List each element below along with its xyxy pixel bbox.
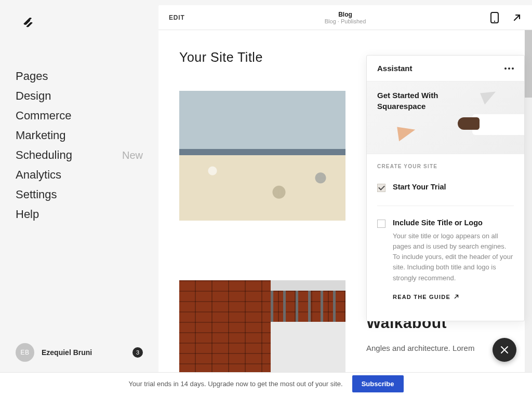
assistant-section: Include Site Title or Logo Your site tit… xyxy=(367,206,524,321)
main-nav: Pages Design Commerce Marketing Scheduli… xyxy=(16,66,143,333)
sidebar-item-analytics[interactable]: Analytics xyxy=(16,165,143,185)
username[interactable]: Ezequiel Bruni xyxy=(42,348,125,357)
sidebar-item-pages[interactable]: Pages xyxy=(16,66,143,86)
sidebar-item-commerce[interactable]: Commerce xyxy=(16,106,143,126)
page-title: Blog xyxy=(325,11,366,18)
sidebar-item-label: Commerce xyxy=(16,109,72,122)
read-guide-link[interactable]: READ THE GUIDE xyxy=(393,294,459,300)
svg-point-1 xyxy=(494,20,495,21)
assistant-section: CREATE YOUR SITE Start Your Trial xyxy=(367,154,524,206)
close-icon xyxy=(500,346,509,354)
open-external-icon[interactable] xyxy=(512,13,522,22)
trial-bar: Your trial ends in 14 days. Upgrade now … xyxy=(0,372,532,395)
mobile-preview-icon[interactable] xyxy=(490,12,499,23)
scrollbar-track[interactable] xyxy=(525,30,532,372)
sidebar-item-help[interactable]: Help xyxy=(16,205,143,224)
avatar[interactable]: EB xyxy=(16,343,34,362)
editor-title-block: Blog Blog · Published xyxy=(325,11,366,24)
assistant-title: Assistant xyxy=(377,64,413,73)
checklist-item-title-logo[interactable]: Include Site Title or Logo Your site tit… xyxy=(377,215,514,321)
new-badge: New xyxy=(122,149,143,161)
trial-message: Your trial ends in 14 days. Upgrade now … xyxy=(128,380,342,388)
sidebar-item-scheduling[interactable]: Scheduling New xyxy=(16,145,143,165)
post-image-brick xyxy=(179,280,345,372)
edit-button[interactable]: EDIT xyxy=(169,14,185,21)
sidebar-item-settings[interactable]: Settings xyxy=(16,185,143,205)
subscribe-button[interactable]: Subscribe xyxy=(352,375,404,392)
squarespace-logo-icon[interactable] xyxy=(21,16,35,30)
page-subtitle: Blog · Published xyxy=(325,18,366,24)
guide-link-label: READ THE GUIDE xyxy=(393,294,450,300)
sidebar: Pages Design Commerce Marketing Scheduli… xyxy=(0,0,158,372)
sidebar-item-label: Settings xyxy=(16,188,57,201)
checklist-title: Include Site Title or Logo xyxy=(393,219,514,227)
checkbox-empty-icon[interactable] xyxy=(377,220,385,228)
editor-header: EDIT Blog Blog · Published xyxy=(158,5,532,30)
checklist-description: Your site title or logo appears on all p… xyxy=(393,231,514,283)
post-image-wall xyxy=(179,91,345,221)
close-assistant-button[interactable] xyxy=(493,338,516,362)
checklist-item-trial[interactable]: Start Your Trial xyxy=(377,180,514,206)
editor-actions xyxy=(490,12,522,23)
post-images-column xyxy=(179,91,345,372)
assistant-hero-title: Get Started With Squarespace xyxy=(377,90,450,112)
sidebar-item-label: Marketing xyxy=(16,129,66,142)
assistant-panel: Assistant Get Started With Squarespace C… xyxy=(366,55,525,321)
section-label: CREATE YOUR SITE xyxy=(377,164,514,169)
paper-plane-icon xyxy=(397,125,417,141)
sidebar-footer: EB Ezequiel Bruni 3 xyxy=(16,333,143,362)
notification-badge[interactable]: 3 xyxy=(132,347,143,358)
sidebar-item-label: Analytics xyxy=(16,168,61,182)
sidebar-item-label: Help xyxy=(16,208,39,221)
sidebar-item-marketing[interactable]: Marketing xyxy=(16,126,143,145)
more-options-icon[interactable] xyxy=(504,67,514,70)
app-root: Pages Design Commerce Marketing Scheduli… xyxy=(0,0,532,372)
checkbox-checked-icon[interactable] xyxy=(377,184,385,192)
assistant-hero[interactable]: Get Started With Squarespace xyxy=(367,81,524,154)
sidebar-item-label: Design xyxy=(16,89,51,103)
editor-pane: EDIT Blog Blog · Published Your Site Tit… xyxy=(158,5,532,372)
paper-plane-icon xyxy=(480,88,499,105)
post-excerpt: Angles and architecture. Lorem xyxy=(366,342,511,355)
checklist-title: Start Your Trial xyxy=(393,183,514,191)
assistant-header: Assistant xyxy=(367,56,524,81)
sidebar-item-design[interactable]: Design xyxy=(16,86,143,106)
scrollbar-thumb[interactable] xyxy=(525,30,532,98)
sidebar-item-label: Scheduling xyxy=(16,148,72,162)
hand-illustration xyxy=(472,114,524,135)
sidebar-item-label: Pages xyxy=(16,70,48,83)
arrow-up-right-icon xyxy=(454,294,459,299)
